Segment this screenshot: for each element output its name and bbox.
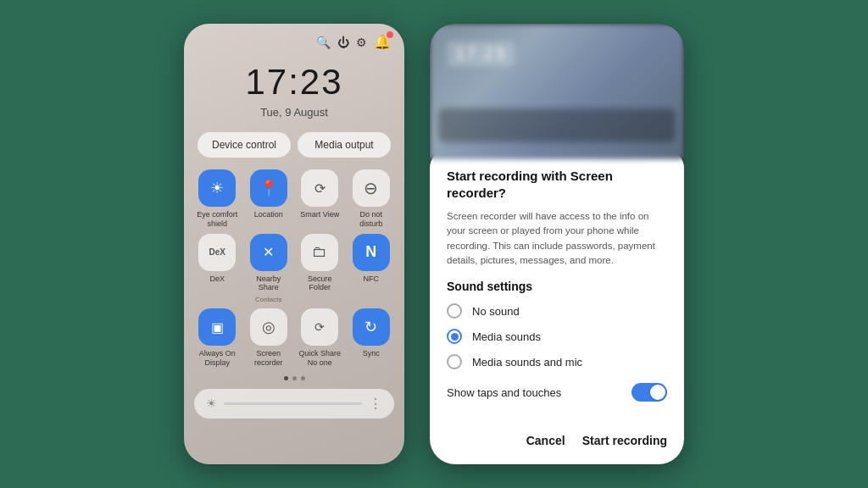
- tile-icon-sync: ↻: [353, 308, 390, 346]
- radio-circle-media-mic: [447, 354, 462, 369]
- page-dots: [184, 368, 404, 385]
- tile-label-sync: Sync: [363, 349, 380, 358]
- sound-settings-title: Sound settings: [447, 280, 667, 293]
- radio-circle-no-sound: [447, 303, 462, 319]
- tile-label-nearby-share: Nearby Share: [246, 274, 292, 293]
- dialog-actions: Cancel Start recording: [447, 424, 667, 451]
- notification-badge: [387, 31, 393, 38]
- phone-bg-blur: 17:23: [430, 24, 684, 159]
- device-control-button[interactable]: Device control: [198, 132, 291, 158]
- tile-nfc[interactable]: N NFC: [348, 234, 395, 304]
- tile-label-screen-recorder: Screenrecorder: [254, 349, 283, 368]
- tile-label-always-on: Always OnDisplay: [199, 349, 236, 368]
- tile-label-smart-view: Smart View: [300, 210, 339, 219]
- radio-no-sound[interactable]: No sound: [447, 303, 667, 319]
- start-recording-button[interactable]: Start recording: [582, 430, 667, 451]
- control-buttons: Device control Media output: [184, 132, 404, 158]
- settings-icon: ⚙: [356, 36, 367, 49]
- clock-time: 17:23: [245, 62, 342, 103]
- clock-section: 17:23 Tue, 9 August: [184, 53, 404, 132]
- phone-left: 🔍 ⏻ ⚙ 🔔 17:23 Tue, 9 August Device contr…: [184, 24, 404, 464]
- radio-media-mic[interactable]: Media sounds and mic: [447, 354, 667, 369]
- cancel-button[interactable]: Cancel: [526, 430, 565, 451]
- tile-label-location: Location: [254, 210, 283, 219]
- main-container: 🔍 ⏻ ⚙ 🔔 17:23 Tue, 9 August Device contr…: [0, 0, 868, 488]
- tile-always-on[interactable]: ▣ Always OnDisplay: [194, 308, 241, 368]
- tile-label-secure-folder: SecureFolder: [308, 274, 332, 293]
- tile-icon-quick-share: ⟳: [301, 308, 338, 346]
- radio-label-no-sound: No sound: [472, 305, 520, 318]
- tile-icon-dex: DeX: [198, 234, 236, 271]
- notification-icon: 🔔: [374, 34, 391, 50]
- dialog-description: Screen recorder will have access to the …: [447, 209, 667, 268]
- tile-dex[interactable]: DeX DeX: [194, 234, 241, 304]
- tile-icon-screen-recorder: ◎: [250, 308, 287, 346]
- dot-1: [284, 376, 288, 380]
- tile-sublabel-nearby-share: Contacts: [255, 296, 282, 303]
- dot-2: [292, 376, 297, 380]
- tile-label-quick-share: Quick ShareNo one: [298, 349, 341, 368]
- dialog-sheet: Start recording with Screen recorder? Sc…: [430, 151, 684, 464]
- more-options-icon[interactable]: ⋮: [369, 396, 382, 412]
- show-taps-toggle-row[interactable]: Show taps and touches: [447, 383, 667, 402]
- tile-label-dex: DeX: [209, 274, 225, 284]
- tile-quick-share[interactable]: ⟳ Quick ShareNo one: [297, 308, 343, 368]
- search-icon: 🔍: [316, 36, 331, 49]
- quick-tiles-grid: ☀ Eye comfortshield 📍 Location ⟳ Smart V…: [184, 169, 404, 368]
- tile-eye-comfort[interactable]: ☀ Eye comfortshield: [194, 169, 241, 229]
- brightness-bar[interactable]: ☀ ⋮: [194, 389, 394, 419]
- tile-smart-view[interactable]: ⟳ Smart View: [297, 169, 343, 229]
- radio-label-media-sounds: Media sounds: [472, 330, 541, 343]
- radio-label-media-mic: Media sounds and mic: [472, 356, 582, 369]
- tile-icon-nfc: N: [353, 234, 390, 271]
- tile-sync[interactable]: ↻ Sync: [348, 308, 395, 368]
- tile-icon-nearby-share: ✕: [250, 234, 287, 271]
- radio-circle-media-sounds: [447, 329, 462, 344]
- tile-label-nfc: NFC: [364, 274, 380, 284]
- phone-right: 17:23 Start recording with Screen record…: [430, 24, 684, 464]
- tile-do-not-disturb[interactable]: ⊖ Do notdisturb: [348, 169, 395, 229]
- tile-icon-secure-folder: 🗀: [301, 234, 338, 271]
- clock-date: Tue, 9 August: [260, 106, 328, 119]
- tile-icon-eye-comfort: ☀: [198, 169, 236, 207]
- status-bar-left: 🔍 ⏻ ⚙ 🔔: [184, 24, 404, 53]
- tile-icon-dnd: ⊖: [353, 169, 390, 207]
- tile-label-eye-comfort: Eye comfortshield: [197, 210, 237, 229]
- tile-icon-always-on: ▣: [198, 308, 236, 346]
- radio-media-sounds[interactable]: Media sounds: [447, 329, 667, 344]
- tile-screen-recorder[interactable]: ◎ Screenrecorder: [246, 308, 292, 368]
- toggle-knob: [650, 385, 665, 400]
- toggle-switch-show-taps[interactable]: [632, 383, 667, 402]
- dot-3: [301, 376, 305, 380]
- brightness-slider[interactable]: [224, 402, 362, 405]
- dialog-title: Start recording with Screen recorder?: [447, 168, 667, 201]
- radio-inner-media-sounds: [451, 333, 459, 341]
- power-icon: ⏻: [337, 36, 349, 49]
- tile-secure-folder[interactable]: 🗀 SecureFolder: [297, 234, 343, 304]
- tile-location[interactable]: 📍 Location: [246, 169, 292, 229]
- media-output-button[interactable]: Media output: [298, 132, 391, 158]
- tile-label-dnd: Do notdisturb: [359, 210, 382, 229]
- brightness-icon: ☀: [206, 396, 217, 410]
- tile-nearby-share[interactable]: ✕ Nearby Share Contacts: [246, 234, 292, 304]
- tile-icon-location: 📍: [250, 169, 287, 207]
- tile-icon-smart-view: ⟳: [301, 169, 338, 207]
- toggle-label-show-taps: Show taps and touches: [447, 386, 561, 399]
